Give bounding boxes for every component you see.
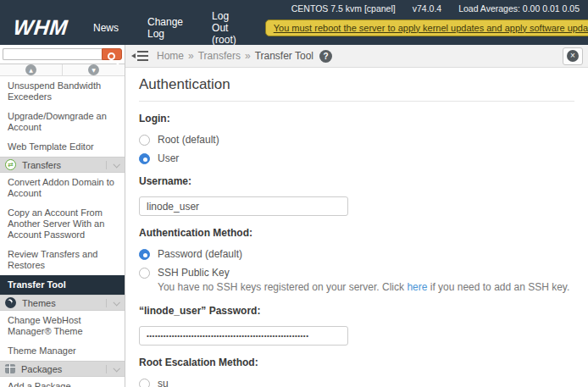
themes-icon xyxy=(5,297,16,308)
password-label: “linode_user” Password: xyxy=(139,305,574,317)
server-info-bar: CENTOS 7.5 kvm [cpanel] v74.0.4 Load Ave… xyxy=(0,0,588,14)
server-name: CENTOS 7.5 kvm [cpanel] xyxy=(291,3,396,14)
collapse-sidebar-icon[interactable] xyxy=(131,50,148,62)
sidebar-item-transfer-tool[interactable]: Transfer Tool xyxy=(0,275,125,295)
radio-button-ssh-key[interactable] xyxy=(139,268,150,279)
radio-label-ssh-key: SSH Public Key xyxy=(158,267,230,279)
sidebar-item-copy-account[interactable]: Copy an Account From Another Server With… xyxy=(0,203,125,245)
radio-button-password[interactable] xyxy=(139,249,150,260)
nav-log-out[interactable]: Log Out (root) xyxy=(212,10,236,46)
transfers-icon: ⇄ xyxy=(5,159,16,170)
sidebar-section-label: Themes xyxy=(22,298,56,308)
sidebar-item-upgrade-downgrade-account[interactable]: Upgrade/Downgrade an Account xyxy=(0,107,125,137)
radio-option-root[interactable]: Root (default) xyxy=(139,134,574,146)
top-header-region: CENTOS 7.5 kvm [cpanel] v74.0.4 Load Ave… xyxy=(0,0,588,45)
close-icon: × xyxy=(567,50,579,62)
sidebar-section-themes[interactable]: Themes xyxy=(0,295,125,311)
sidebar-section-packages[interactable]: Packages xyxy=(0,361,125,377)
sidebar-search-row xyxy=(0,45,125,64)
nav-news[interactable]: News xyxy=(93,22,119,34)
packages-icon xyxy=(5,364,15,373)
ssh-note-text: You have no SSH keys registered on your … xyxy=(158,281,407,293)
sidebar-section-label: Transfers xyxy=(22,160,61,170)
search-button[interactable] xyxy=(102,48,122,60)
radio-button-su[interactable] xyxy=(139,379,150,387)
breadcrumb-separator: » xyxy=(245,50,251,62)
nav-change-log[interactable]: Change Log xyxy=(147,16,183,40)
reboot-warning-link[interactable]: You must reboot the server to apply kern… xyxy=(265,19,588,36)
help-icon[interactable]: ? xyxy=(319,50,332,63)
search-icon xyxy=(108,53,115,60)
ssh-key-note: You have no SSH keys registered on your … xyxy=(158,281,574,294)
ssh-note-text: if you need to add an SSH key. xyxy=(427,281,569,293)
load-averages: Load Averages: 0.00 0.01 0.05 xyxy=(458,3,580,14)
radio-label-su: su xyxy=(158,378,169,387)
sidebar-section-transfers[interactable]: ⇄ Transfers xyxy=(0,157,125,173)
sidebar-item-unsuspend-bandwidth-exceeders[interactable]: Unsuspend Bandwidth Exceeders xyxy=(0,76,125,107)
radio-label-user: User xyxy=(158,152,179,164)
radio-option-su[interactable]: su xyxy=(139,378,574,387)
radio-label-root: Root (default) xyxy=(158,134,219,146)
breadcrumb-bar: Home » Transfers » Transfer Tool ? × xyxy=(125,45,588,68)
ssh-key-here-link[interactable]: here xyxy=(407,281,427,293)
authentication-method-label: Authentication Method: xyxy=(139,227,574,239)
sidebar-item-web-template-editor[interactable]: Web Template Editor xyxy=(0,137,125,157)
sidebar-search-input[interactable] xyxy=(3,48,102,60)
sidebar-item-convert-addon-domain[interactable]: Convert Addon Domain to Account xyxy=(0,173,125,203)
whm-version: v74.0.4 xyxy=(413,3,441,14)
sidebar-section-label: Packages xyxy=(21,364,62,374)
radio-option-ssh-key[interactable]: SSH Public Key xyxy=(139,267,574,279)
scroll-up-button[interactable]: ▲ xyxy=(0,64,63,75)
breadcrumb-current-page: Transfer Tool xyxy=(255,50,313,62)
radio-label-password: Password (default) xyxy=(158,248,242,260)
login-label: Login: xyxy=(139,113,574,124)
breadcrumb-transfers[interactable]: Transfers xyxy=(198,50,241,62)
breadcrumb-home[interactable]: Home xyxy=(157,50,184,62)
scroll-down-button[interactable]: ▼ xyxy=(63,64,125,75)
username-input[interactable] xyxy=(139,196,348,216)
sidebar-item-change-whm-theme[interactable]: Change WebHost Manager® Theme xyxy=(0,311,125,341)
transfer-tool-form: Authentication Login: Root (default) Use… xyxy=(125,68,588,387)
radio-option-user[interactable]: User xyxy=(139,152,574,164)
radio-option-password[interactable]: Password (default) xyxy=(139,248,574,260)
radio-button-root[interactable] xyxy=(139,135,150,146)
sidebar: ▲ ▼ Unsuspend Bandwidth Exceeders Upgrad… xyxy=(0,45,125,387)
header-row: WHM News Change Log Log Out (root) You m… xyxy=(0,14,588,45)
sidebar-item-add-package[interactable]: Add a Package xyxy=(0,377,125,387)
authentication-heading: Authentication xyxy=(139,76,574,102)
password-input[interactable] xyxy=(139,326,348,346)
down-arrow-icon: ▼ xyxy=(88,64,99,75)
radio-button-user[interactable] xyxy=(139,153,150,164)
up-arrow-icon: ▲ xyxy=(25,64,36,75)
chevron-down-icon[interactable] xyxy=(106,365,121,373)
root-escalation-method-label: Root Escalation Method: xyxy=(139,357,574,368)
username-label: Username: xyxy=(139,175,574,187)
sidebar-nav-arrows: ▲ ▼ xyxy=(0,64,125,76)
chevron-down-icon[interactable] xyxy=(106,299,121,307)
sidebar-item-theme-manager[interactable]: Theme Manager xyxy=(0,341,125,361)
sidebar-item-review-transfers[interactable]: Review Transfers and Restores xyxy=(0,245,125,275)
close-page-button[interactable]: × xyxy=(563,47,583,65)
whm-logo: WHM xyxy=(12,15,69,40)
main-column: Home » Transfers » Transfer Tool ? × Aut… xyxy=(125,45,588,387)
breadcrumb-separator: » xyxy=(188,50,194,62)
chevron-down-icon[interactable] xyxy=(106,161,121,169)
